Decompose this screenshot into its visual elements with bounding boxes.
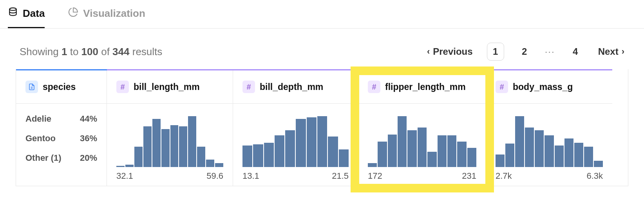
column: #bill_depth_mm13.121.5 [233,70,358,186]
histogram-bar [535,130,544,167]
category-percent: 36% [80,133,97,144]
pagination-ellipsis: ··· [545,46,555,57]
database-icon [8,7,18,20]
number-type-icon: # [242,81,255,93]
column-name: bill_length_mm [134,82,200,92]
histogram-bar [407,130,416,167]
chevron-right-icon: › [622,47,624,57]
histogram-bar [215,163,223,167]
svg-point-0 [9,8,16,11]
category-percent: 20% [80,153,97,163]
column-summary: 13.121.5 [233,104,358,186]
histogram [496,116,603,167]
page-numbers: 12···4 [487,43,584,61]
histogram-bar [457,142,466,167]
histogram-bar [206,160,214,167]
column-name: body_mass_g [513,82,573,92]
tab-data[interactable]: Data [8,7,45,28]
histogram-bar [418,128,427,167]
histogram-bar [398,116,407,167]
histogram-bar [296,119,306,167]
next-button[interactable]: Next › [598,46,624,57]
tab-visualization[interactable]: Visualization [68,7,145,28]
histogram-bar [134,147,143,167]
page-number[interactable]: 1 [487,43,504,61]
histogram-bar [368,163,377,167]
category-label: Gentoo [25,133,56,144]
previous-button[interactable]: ‹ Previous [427,46,473,57]
number-type-icon: # [496,81,508,93]
histogram-bar [197,147,205,167]
histogram-bar [179,126,187,167]
histogram-bar [264,143,274,167]
range-max: 59.6 [206,171,223,181]
tab-bar: Data Visualization [0,0,644,29]
column-header[interactable]: #bill_length_mm [107,70,233,104]
histogram-bar [427,152,436,167]
range-min: 32.1 [116,171,133,181]
histogram-bar [143,126,152,167]
histogram-bar [285,130,295,167]
column-summary: 2.7k6.3k [486,104,612,186]
column-header[interactable]: #bill_depth_mm [233,70,358,104]
range-min: 172 [368,171,382,181]
histogram-bar [161,129,170,167]
range-labels: 172231 [368,171,476,181]
pagination: ‹ Previous 12···4 Next › [427,43,624,61]
page-number[interactable]: 4 [567,43,584,60]
page-number[interactable]: 2 [516,43,533,60]
range-max: 6.3k [586,171,603,181]
histogram-bar [188,116,196,167]
histogram-bar [496,155,505,167]
column-name: bill_depth_mm [260,82,323,92]
column: speciesAdelie44%Gentoo36%Other (1)20% [16,70,107,186]
number-type-icon: # [116,81,129,93]
histogram-bar [525,128,534,167]
histogram-bar [307,117,317,167]
range-labels: 13.121.5 [242,171,349,181]
pie-chart-icon [68,7,78,20]
histogram-bar [242,146,252,167]
histogram-bar [339,149,349,167]
range-min: 2.7k [496,171,512,181]
range-min: 13.1 [242,171,259,181]
histogram-bar [438,135,447,167]
range-labels: 2.7k6.3k [496,171,603,181]
columns-row: speciesAdelie44%Gentoo36%Other (1)20%#bi… [16,70,628,186]
histogram-bar [275,135,284,167]
number-type-icon: # [368,81,380,93]
category-label: Adelie [25,114,51,124]
histogram-bar [328,137,338,167]
text-type-icon [25,81,38,93]
range-max: 231 [462,171,476,181]
column: #flipper_length_mm172231 [358,70,486,186]
range-max: 21.5 [332,171,349,181]
histogram [116,116,223,167]
category-label: Other (1) [25,153,62,163]
histogram-bar [317,116,327,167]
histogram [242,116,349,167]
histogram-bar [388,135,397,167]
histogram-bar [253,144,263,167]
histogram-bar [467,148,476,167]
histogram-bar [116,166,125,167]
column-summary: Adelie44%Gentoo36%Other (1)20% [16,104,107,186]
histogram-bar [170,125,179,167]
category-row: Gentoo36% [25,133,97,144]
histogram-bar [515,116,524,167]
histogram-bar [125,165,134,167]
category-row: Adelie44% [25,114,97,124]
range-labels: 32.159.6 [116,171,223,181]
column: #bill_length_mm32.159.6 [107,70,233,186]
histogram-bar [594,161,603,167]
toolbar: Showing 1 to 100 of 344 results ‹ Previo… [0,29,644,69]
chevron-left-icon: ‹ [427,47,430,57]
column-header[interactable]: #body_mass_g [486,70,612,104]
column-name: species [43,82,76,92]
column-summary: 172231 [358,104,486,186]
tab-data-label: Data [23,7,45,20]
column: #body_mass_g2.7k6.3k [486,70,612,186]
column-header[interactable]: #flipper_length_mm [358,70,486,104]
category-row: Other (1)20% [25,153,97,163]
column-header[interactable]: species [16,70,107,104]
